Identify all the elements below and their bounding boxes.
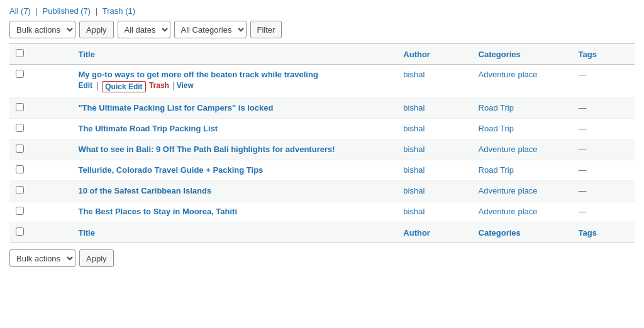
row-checkbox-cell[interactable] <box>9 202 72 222</box>
tab-published[interactable]: Published (7) <box>43 6 91 16</box>
posts-table: Title Author Categories Tags My go-to wa… <box>9 43 635 243</box>
post-title-cell: The Ultimate Road Trip Packing List <box>72 119 397 139</box>
table-row: What to see in Bali: 9 Off The Path Bali… <box>9 139 635 160</box>
post-title-cell: 10 of the Safest Caribbean Islands <box>72 181 397 202</box>
page-wrap: All (7) | Published (7) | Trash (1) Bulk… <box>0 0 644 328</box>
tags-cell: — <box>572 181 635 202</box>
edit-action: Edit | <box>78 81 101 92</box>
dates-select[interactable]: All dates <box>118 21 170 38</box>
filter-bar-bottom: Bulk actions Apply <box>9 249 635 267</box>
col-footer-title[interactable]: Title <box>72 222 397 243</box>
row-checkbox-cell[interactable] <box>9 119 72 139</box>
select-all-checkbox[interactable] <box>16 49 24 57</box>
trash-link[interactable]: Trash <box>149 81 169 90</box>
row-checkbox[interactable] <box>16 207 24 215</box>
table-row: My go-to ways to get more off the beaten… <box>9 65 635 98</box>
bulk-actions-select-top[interactable]: Bulk actions <box>9 21 75 38</box>
tab-links: All (7) | Published (7) | Trash (1) <box>9 6 635 16</box>
post-title-link[interactable]: What to see in Bali: 9 Off The Path Bali… <box>78 145 335 154</box>
author-link[interactable]: bishal <box>403 70 425 79</box>
post-title-cell: My go-to ways to get more off the beaten… <box>72 65 397 98</box>
category-link[interactable]: Adventure place <box>479 186 538 195</box>
apply-button-bottom[interactable]: Apply <box>79 249 114 267</box>
categories-select[interactable]: All Categories <box>174 21 247 38</box>
apply-button-top[interactable]: Apply <box>79 21 114 38</box>
table-header-row: Title Author Categories Tags <box>9 44 635 65</box>
category-cell: Road Trip <box>472 119 572 139</box>
table-row: The Best Places to Stay in Moorea, Tahit… <box>9 202 635 222</box>
author-link[interactable]: bishal <box>403 186 425 195</box>
author-cell: bishal <box>397 181 472 202</box>
tags-cell: — <box>572 139 635 160</box>
post-title-cell: "The Ultimate Packing List for Campers" … <box>72 98 397 119</box>
quick-edit-link[interactable]: Quick Edit <box>105 82 142 91</box>
select-all-footer[interactable] <box>9 222 72 243</box>
col-header-categories[interactable]: Categories <box>472 44 572 65</box>
tab-trash[interactable]: Trash (1) <box>103 6 135 16</box>
table-footer-row: Title Author Categories Tags <box>9 222 635 243</box>
view-link[interactable]: View <box>177 81 194 90</box>
row-checkbox[interactable] <box>16 124 24 132</box>
col-header-author[interactable]: Author <box>397 44 472 65</box>
post-title-link[interactable]: My go-to ways to get more off the beaten… <box>78 70 318 79</box>
category-link[interactable]: Adventure place <box>479 145 538 154</box>
col-footer-categories[interactable]: Categories <box>472 222 572 243</box>
category-link[interactable]: Adventure place <box>479 70 538 79</box>
tags-cell: — <box>572 160 635 181</box>
filter-button[interactable]: Filter <box>250 21 282 38</box>
row-checkbox[interactable] <box>16 70 24 78</box>
select-all-checkbox-footer[interactable] <box>16 227 24 236</box>
col-footer-author[interactable]: Author <box>397 222 472 243</box>
edit-link[interactable]: Edit <box>78 81 92 90</box>
category-cell: Adventure place <box>472 181 572 202</box>
tags-cell: — <box>572 98 635 119</box>
row-checkbox-cell[interactable] <box>9 160 72 181</box>
row-checkbox[interactable] <box>16 165 24 173</box>
col-header-tags[interactable]: Tags <box>572 44 635 65</box>
post-title-link[interactable]: The Best Places to Stay in Moorea, Tahit… <box>78 207 237 216</box>
author-cell: bishal <box>397 119 472 139</box>
author-cell: bishal <box>397 202 472 222</box>
post-title-link[interactable]: "The Ultimate Packing List for Campers" … <box>78 103 273 112</box>
row-checkbox[interactable] <box>16 186 24 194</box>
filter-bar-top: Bulk actions Apply All dates All Categor… <box>9 21 635 38</box>
row-checkbox[interactable] <box>16 103 24 111</box>
author-cell: bishal <box>397 160 472 181</box>
category-link[interactable]: Road Trip <box>479 103 514 112</box>
author-link[interactable]: bishal <box>403 145 425 154</box>
post-title-link[interactable]: 10 of the Safest Caribbean Islands <box>78 186 211 195</box>
post-title-link[interactable]: The Ultimate Road Trip Packing List <box>78 124 218 133</box>
table-row: 10 of the Safest Caribbean Islands bisha… <box>9 181 635 202</box>
row-checkbox-cell[interactable] <box>9 65 72 98</box>
table-row: "The Ultimate Packing List for Campers" … <box>9 98 635 119</box>
category-link[interactable]: Adventure place <box>479 207 538 216</box>
category-cell: Adventure place <box>472 202 572 222</box>
category-link[interactable]: Road Trip <box>479 165 514 175</box>
view-action: View <box>177 81 194 92</box>
author-link[interactable]: bishal <box>403 124 425 133</box>
category-cell: Adventure place <box>472 139 572 160</box>
row-checkbox-cell[interactable] <box>9 139 72 160</box>
quick-edit-action: Quick Edit <box>102 81 145 92</box>
select-all-header[interactable] <box>9 44 72 65</box>
author-cell: bishal <box>397 65 472 98</box>
col-footer-tags[interactable]: Tags <box>572 222 635 243</box>
category-link[interactable]: Road Trip <box>479 124 514 133</box>
row-checkbox-cell[interactable] <box>9 181 72 202</box>
author-link[interactable]: bishal <box>403 165 425 175</box>
category-cell: Adventure place <box>472 65 572 98</box>
category-cell: Road Trip <box>472 160 572 181</box>
tab-all[interactable]: All (7) <box>9 6 31 16</box>
post-title-link[interactable]: Telluride, Colorado Travel Guide + Packi… <box>78 165 263 175</box>
post-title-cell: The Best Places to Stay in Moorea, Tahit… <box>72 202 397 222</box>
tags-cell: — <box>572 119 635 139</box>
row-checkbox[interactable] <box>16 145 24 153</box>
bulk-actions-select-bottom[interactable]: Bulk actions <box>9 249 75 267</box>
author-link[interactable]: bishal <box>403 207 425 216</box>
author-link[interactable]: bishal <box>403 103 425 112</box>
table-row: The Ultimate Road Trip Packing List bish… <box>9 119 635 139</box>
tags-cell: — <box>572 202 635 222</box>
tags-cell: — <box>572 65 635 98</box>
row-checkbox-cell[interactable] <box>9 98 72 119</box>
col-header-title[interactable]: Title <box>72 44 397 65</box>
